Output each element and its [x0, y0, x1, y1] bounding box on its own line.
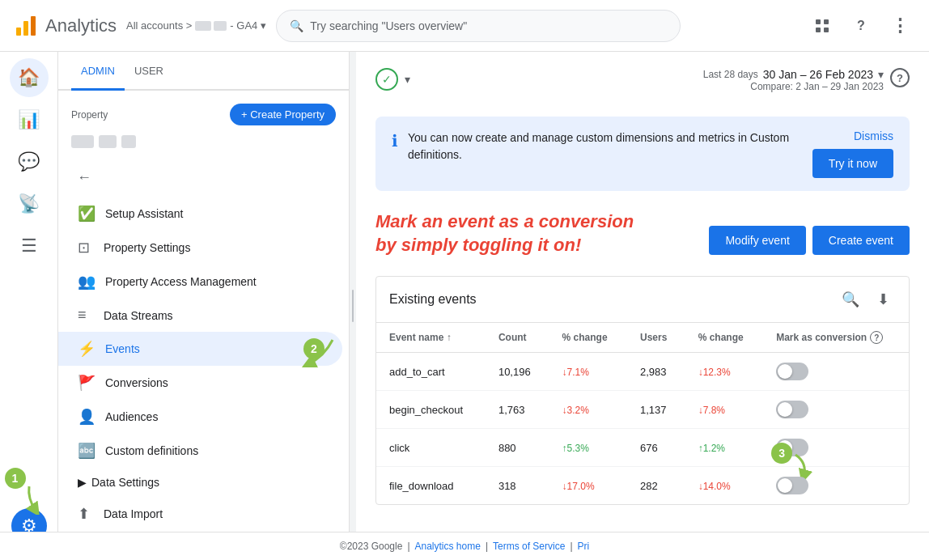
users-cell: 676 [627, 429, 685, 467]
tab-user[interactable]: USER [125, 52, 173, 91]
tab-admin[interactable]: ADMIN [71, 52, 125, 91]
date-range: 30 Jan – 26 Feb 2023 [763, 68, 873, 81]
sidebar-advertising-icon[interactable]: 📡 [10, 185, 49, 223]
nav-property-settings[interactable]: ⊡ Property Settings [58, 231, 342, 265]
property-selector[interactable] [58, 132, 349, 158]
account-selector[interactable]: All accounts > - GA4 ▾ [126, 19, 266, 32]
annotation-badge-2: 2 [303, 338, 325, 359]
nav-data-settings[interactable]: ▶ Data Settings [58, 468, 342, 497]
footer: ©2023 Google | Analytics home | Terms of… [0, 532, 929, 560]
left-sidebar: 🏠 📊 💬 📡 ☰ 1 ⚙ [0, 52, 58, 560]
nav-data-import[interactable]: ⬆ Data Import [58, 497, 342, 531]
create-property-button[interactable]: + Create Property [230, 104, 336, 125]
count-cell: 10,196 [486, 353, 549, 391]
prop-chip-2 [99, 135, 117, 148]
conversion-toggle-1[interactable] [776, 401, 808, 418]
sidebar-reports-icon[interactable]: 📊 [10, 100, 49, 139]
nav-label-access: Property Access Management [105, 275, 257, 288]
download-events-icon[interactable]: ⬇ [870, 286, 896, 312]
events-table: Event name ↑ Count % change Users % chan… [376, 323, 909, 504]
access-management-icon: 👥 [78, 273, 95, 291]
conversions-icon: 🚩 [78, 374, 95, 392]
footer-pri[interactable]: Pri [578, 541, 590, 552]
conversion-toggle-3[interactable] [776, 477, 808, 494]
users-cell: 1,137 [627, 391, 685, 429]
prop-chip-1 [71, 135, 94, 148]
nav-label-conversions: Conversions [105, 376, 168, 389]
svg-rect-6 [824, 28, 829, 32]
data-streams-icon: ≡ [78, 307, 94, 324]
create-event-button[interactable]: Create event [812, 226, 910, 255]
events-icon: ⚡ [78, 340, 95, 358]
footer-terms-of-service[interactable]: Terms of Service [493, 541, 565, 552]
info-banner: ℹ You can now create and manage custom d… [375, 117, 910, 191]
app-title: Analytics [45, 15, 117, 36]
help-icon[interactable]: ? [845, 10, 877, 42]
footer-analytics-home[interactable]: Analytics home [415, 541, 481, 552]
data-import-icon: ⬆ [78, 505, 94, 523]
event-name-cell[interactable]: begin_checkout [376, 391, 486, 429]
table-row: click 880 ↑5.3% 676 ↑1.2% [376, 429, 909, 467]
svg-rect-1 [23, 21, 28, 36]
nav-access-management[interactable]: 👥 Property Access Management [58, 265, 342, 299]
topbar-actions: ? ⋮ [806, 10, 916, 42]
property-settings-icon: ⊡ [78, 239, 94, 257]
nav-label-streams: Data Streams [104, 309, 173, 322]
panel-divider [350, 52, 356, 560]
count-change-cell: ↓17.0% [562, 481, 595, 492]
users-cell: 282 [627, 467, 685, 505]
sidebar-lists-icon[interactable]: ☰ [10, 227, 49, 265]
back-row: ← [58, 158, 349, 197]
col-conversion: Mark as conversion ? [763, 323, 909, 353]
users-cell: 2,983 [627, 353, 685, 391]
col-users: Users [627, 323, 685, 353]
banner-actions: Dismiss Try it now [812, 129, 893, 178]
event-name-cell[interactable]: file_download [376, 467, 486, 505]
footer-copyright: ©2023 Google [340, 541, 403, 552]
annotation-badge-1: 1 [5, 468, 26, 489]
status-chevron[interactable]: ▾ [405, 73, 410, 86]
footer-divider-3: | [570, 541, 572, 552]
nav-data-streams[interactable]: ≡ Data Streams [58, 299, 342, 332]
svg-rect-3 [816, 19, 821, 24]
table-header: Existing events 🔍 ⬇ [376, 277, 909, 323]
table-row: add_to_cart 10,196 ↓7.1% 2,983 ↓12.3% [376, 353, 909, 391]
back-button[interactable]: ← [71, 164, 97, 190]
table-row: begin_checkout 1,763 ↓3.2% 1,137 ↓7.8% [376, 391, 909, 429]
date-help-icon[interactable]: ? [890, 68, 910, 87]
highlight-text: Mark an event as a conversionby simply t… [375, 210, 634, 257]
custom-def-icon: 🔤 [78, 442, 95, 460]
sidebar-explore-icon[interactable]: 💬 [10, 142, 49, 181]
banner-text: You can now create and manage custom dim… [408, 129, 803, 163]
date-section: Last 28 days 30 Jan – 26 Feb 2023 ▾ Comp… [703, 68, 910, 92]
search-events-icon[interactable]: 🔍 [838, 286, 863, 312]
col-conversion-label: Mark as conversion [776, 332, 867, 343]
date-dropdown-icon[interactable]: ▾ [878, 68, 884, 81]
more-menu-icon[interactable]: ⋮ [884, 10, 916, 42]
users-change-cell: ↑1.2% [698, 443, 725, 454]
count-change-cell: ↓3.2% [562, 405, 589, 416]
audiences-icon: 👤 [78, 408, 95, 426]
nav-setup-assistant[interactable]: ✅ Setup Assistant [58, 197, 342, 231]
compare-date: Compare: 2 Jan – 29 Jan 2023 [703, 81, 884, 92]
dismiss-button[interactable]: Dismiss [854, 129, 893, 142]
col-count-change: % change [549, 323, 627, 353]
modify-event-button[interactable]: Modify event [709, 226, 805, 255]
event-name-cell[interactable]: click [376, 429, 486, 467]
col-event-name[interactable]: Event name ↑ [376, 323, 486, 353]
status-check-icon[interactable]: ✓ [375, 68, 398, 91]
conversion-toggle-0[interactable] [776, 363, 808, 380]
nav-custom-definitions[interactable]: 🔤 Custom definitions [58, 434, 342, 468]
grid-icon[interactable] [806, 10, 838, 42]
conversion-help-icon[interactable]: ? [870, 331, 883, 344]
try-now-button[interactable]: Try it now [812, 149, 893, 178]
nav-audiences[interactable]: 👤 Audiences [58, 400, 342, 434]
svg-rect-4 [824, 19, 829, 24]
event-name-cell[interactable]: add_to_cart [376, 353, 486, 391]
users-change-cell: ↓12.3% [698, 367, 731, 378]
search-bar[interactable]: 🔍 Try searching "Users overview" [276, 10, 681, 42]
count-change-cell: ↓7.1% [562, 367, 589, 378]
setup-assistant-icon: ✅ [78, 205, 95, 223]
count-cell: 318 [486, 467, 549, 505]
sidebar-home-icon[interactable]: 🏠 [10, 58, 49, 97]
